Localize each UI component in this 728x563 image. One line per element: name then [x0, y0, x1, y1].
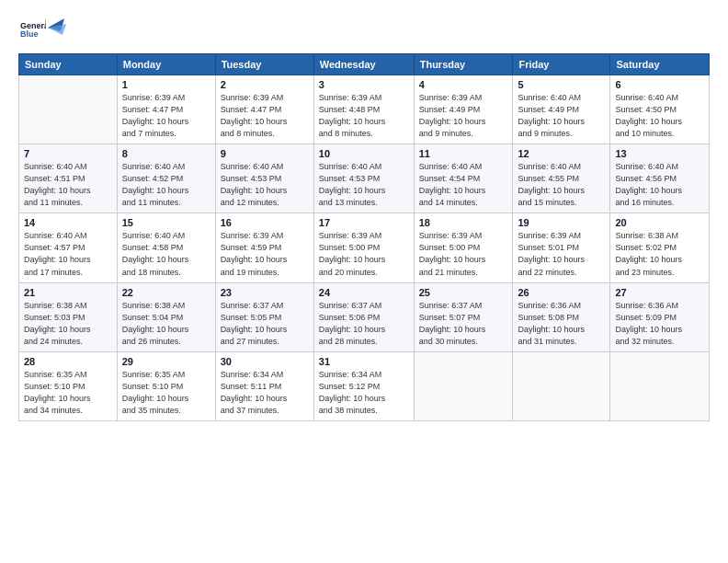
day-number: 13	[615, 148, 704, 159]
day-info: Sunrise: 6:39 AM Sunset: 4:49 PM Dayligh…	[419, 92, 508, 140]
day-info: Sunrise: 6:38 AM Sunset: 5:03 PM Dayligh…	[24, 300, 112, 348]
calendar-cell: 28Sunrise: 6:35 AM Sunset: 5:10 PM Dayli…	[19, 351, 118, 420]
day-number: 29	[122, 356, 210, 367]
column-header-friday: Friday	[513, 54, 610, 75]
day-number: 20	[615, 217, 704, 228]
day-number: 1	[122, 79, 210, 90]
day-number: 21	[24, 287, 112, 298]
day-number: 7	[24, 148, 112, 159]
calendar-cell: 4Sunrise: 6:39 AM Sunset: 4:49 PM Daylig…	[414, 75, 513, 144]
day-number: 31	[319, 356, 409, 367]
calendar-cell: 10Sunrise: 6:40 AM Sunset: 4:53 PM Dayli…	[313, 144, 414, 213]
day-info: Sunrise: 6:40 AM Sunset: 4:53 PM Dayligh…	[319, 161, 409, 209]
day-info: Sunrise: 6:38 AM Sunset: 5:04 PM Dayligh…	[122, 300, 210, 348]
header: General Blue	[18, 17, 710, 46]
calendar-cell: 24Sunrise: 6:37 AM Sunset: 5:06 PM Dayli…	[313, 282, 414, 351]
calendar-cell: 31Sunrise: 6:34 AM Sunset: 5:12 PM Dayli…	[313, 351, 414, 420]
calendar-cell: 3Sunrise: 6:39 AM Sunset: 4:48 PM Daylig…	[313, 75, 414, 144]
calendar-cell: 27Sunrise: 6:36 AM Sunset: 5:09 PM Dayli…	[610, 282, 710, 351]
day-info: Sunrise: 6:38 AM Sunset: 5:02 PM Dayligh…	[615, 230, 704, 278]
column-header-thursday: Thursday	[414, 54, 513, 75]
calendar-cell	[610, 351, 710, 420]
calendar-cell: 18Sunrise: 6:39 AM Sunset: 5:00 PM Dayli…	[414, 213, 513, 282]
calendar-cell	[414, 351, 513, 420]
day-number: 9	[221, 148, 309, 159]
day-info: Sunrise: 6:36 AM Sunset: 5:08 PM Dayligh…	[518, 300, 605, 348]
calendar-cell: 2Sunrise: 6:39 AM Sunset: 4:47 PM Daylig…	[215, 75, 313, 144]
day-number: 17	[319, 217, 409, 228]
day-info: Sunrise: 6:40 AM Sunset: 4:54 PM Dayligh…	[419, 161, 508, 209]
day-info: Sunrise: 6:39 AM Sunset: 4:47 PM Dayligh…	[221, 92, 309, 140]
calendar-header-row: SundayMondayTuesdayWednesdayThursdayFrid…	[19, 54, 710, 75]
day-info: Sunrise: 6:35 AM Sunset: 5:10 PM Dayligh…	[24, 369, 112, 417]
day-number: 22	[122, 287, 210, 298]
calendar-cell: 22Sunrise: 6:38 AM Sunset: 5:04 PM Dayli…	[117, 282, 215, 351]
day-info: Sunrise: 6:40 AM Sunset: 4:52 PM Dayligh…	[122, 161, 210, 209]
logo-bird-icon	[39, 15, 66, 40]
day-number: 8	[122, 148, 210, 159]
calendar-cell: 9Sunrise: 6:40 AM Sunset: 4:53 PM Daylig…	[215, 144, 313, 213]
day-info: Sunrise: 6:40 AM Sunset: 4:58 PM Dayligh…	[122, 230, 210, 278]
column-header-saturday: Saturday	[610, 54, 710, 75]
day-number: 5	[518, 79, 605, 90]
calendar-week-row: 21Sunrise: 6:38 AM Sunset: 5:03 PM Dayli…	[19, 282, 710, 351]
day-info: Sunrise: 6:36 AM Sunset: 5:09 PM Dayligh…	[615, 300, 704, 348]
day-number: 19	[518, 217, 605, 228]
day-info: Sunrise: 6:40 AM Sunset: 4:51 PM Dayligh…	[24, 161, 112, 209]
day-number: 6	[615, 79, 704, 90]
page: General Blue SundayMondayTu	[0, 0, 728, 563]
day-info: Sunrise: 6:34 AM Sunset: 5:11 PM Dayligh…	[221, 369, 309, 417]
day-number: 25	[419, 287, 508, 298]
calendar-cell: 1Sunrise: 6:39 AM Sunset: 4:47 PM Daylig…	[117, 75, 215, 144]
calendar-cell: 5Sunrise: 6:40 AM Sunset: 4:49 PM Daylig…	[513, 75, 610, 144]
day-number: 27	[615, 287, 704, 298]
day-info: Sunrise: 6:39 AM Sunset: 4:59 PM Dayligh…	[221, 230, 309, 278]
calendar-cell: 25Sunrise: 6:37 AM Sunset: 5:07 PM Dayli…	[414, 282, 513, 351]
calendar-cell: 26Sunrise: 6:36 AM Sunset: 5:08 PM Dayli…	[513, 282, 610, 351]
day-info: Sunrise: 6:40 AM Sunset: 4:56 PM Dayligh…	[615, 161, 704, 209]
calendar-week-row: 28Sunrise: 6:35 AM Sunset: 5:10 PM Dayli…	[19, 351, 710, 420]
day-info: Sunrise: 6:40 AM Sunset: 4:55 PM Dayligh…	[518, 161, 605, 209]
day-info: Sunrise: 6:34 AM Sunset: 5:12 PM Dayligh…	[319, 369, 409, 417]
day-info: Sunrise: 6:39 AM Sunset: 5:00 PM Dayligh…	[319, 230, 409, 278]
day-info: Sunrise: 6:40 AM Sunset: 4:53 PM Dayligh…	[221, 161, 309, 209]
calendar-cell: 19Sunrise: 6:39 AM Sunset: 5:01 PM Dayli…	[513, 213, 610, 282]
calendar-cell: 23Sunrise: 6:37 AM Sunset: 5:05 PM Dayli…	[215, 282, 313, 351]
calendar-cell: 17Sunrise: 6:39 AM Sunset: 5:00 PM Dayli…	[313, 213, 414, 282]
day-info: Sunrise: 6:37 AM Sunset: 5:06 PM Dayligh…	[319, 300, 409, 348]
day-number: 30	[221, 356, 309, 367]
day-number: 18	[419, 217, 508, 228]
day-number: 4	[419, 79, 508, 90]
day-info: Sunrise: 6:39 AM Sunset: 5:01 PM Dayligh…	[518, 230, 605, 278]
column-header-wednesday: Wednesday	[313, 54, 414, 75]
calendar-cell: 30Sunrise: 6:34 AM Sunset: 5:11 PM Dayli…	[215, 351, 313, 420]
calendar-cell: 29Sunrise: 6:35 AM Sunset: 5:10 PM Dayli…	[117, 351, 215, 420]
day-number: 10	[319, 148, 409, 159]
calendar-cell: 20Sunrise: 6:38 AM Sunset: 5:02 PM Dayli…	[610, 213, 710, 282]
column-header-monday: Monday	[117, 54, 215, 75]
day-info: Sunrise: 6:37 AM Sunset: 5:05 PM Dayligh…	[221, 300, 309, 348]
day-info: Sunrise: 6:39 AM Sunset: 4:47 PM Dayligh…	[122, 92, 210, 140]
calendar-table: SundayMondayTuesdayWednesdayThursdayFrid…	[18, 53, 710, 421]
day-number: 24	[319, 287, 409, 298]
column-header-tuesday: Tuesday	[215, 54, 313, 75]
day-info: Sunrise: 6:40 AM Sunset: 4:57 PM Dayligh…	[24, 230, 112, 278]
calendar-cell: 14Sunrise: 6:40 AM Sunset: 4:57 PM Dayli…	[19, 213, 118, 282]
day-info: Sunrise: 6:40 AM Sunset: 4:49 PM Dayligh…	[518, 92, 605, 140]
svg-text:Blue: Blue	[20, 29, 38, 39]
day-info: Sunrise: 6:39 AM Sunset: 5:00 PM Dayligh…	[419, 230, 508, 278]
calendar-week-row: 7Sunrise: 6:40 AM Sunset: 4:51 PM Daylig…	[19, 144, 710, 213]
day-info: Sunrise: 6:37 AM Sunset: 5:07 PM Dayligh…	[419, 300, 508, 348]
logo: General Blue	[18, 17, 66, 46]
day-number: 14	[24, 217, 112, 228]
day-number: 11	[419, 148, 508, 159]
day-info: Sunrise: 6:40 AM Sunset: 4:50 PM Dayligh…	[615, 92, 704, 140]
day-number: 3	[319, 79, 409, 90]
calendar-cell: 21Sunrise: 6:38 AM Sunset: 5:03 PM Dayli…	[19, 282, 118, 351]
calendar-week-row: 1Sunrise: 6:39 AM Sunset: 4:47 PM Daylig…	[19, 75, 710, 144]
day-number: 12	[518, 148, 605, 159]
calendar-cell: 11Sunrise: 6:40 AM Sunset: 4:54 PM Dayli…	[414, 144, 513, 213]
day-info: Sunrise: 6:39 AM Sunset: 4:48 PM Dayligh…	[319, 92, 409, 140]
day-info: Sunrise: 6:35 AM Sunset: 5:10 PM Dayligh…	[122, 369, 210, 417]
calendar-cell	[513, 351, 610, 420]
